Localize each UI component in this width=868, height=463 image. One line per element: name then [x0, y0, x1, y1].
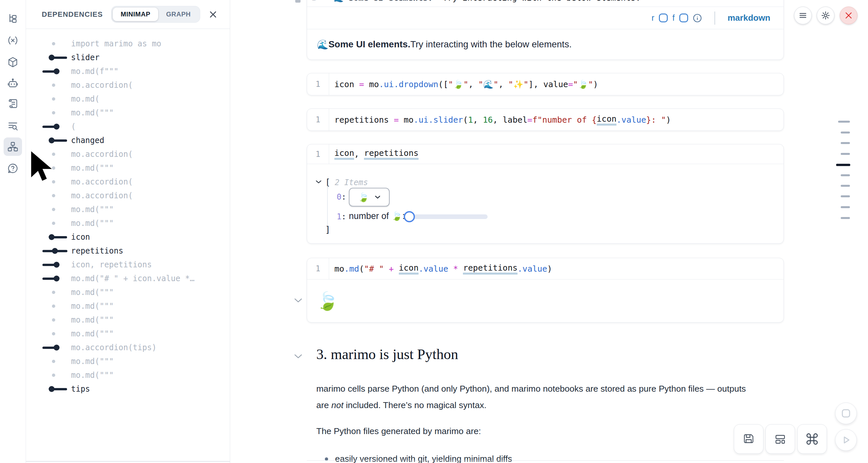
stop-kernel-button[interactable] [835, 402, 857, 424]
collapse-section-button[interactable] [294, 354, 303, 359]
minimap-cell-item[interactable]: mo.md(""" [26, 327, 229, 341]
code-line[interactable]: mo.md("# " + icon.value * repetitions.va… [329, 258, 552, 279]
save-icon [742, 432, 755, 446]
minimap-cell-item[interactable]: mo.accordion(tips) [26, 341, 229, 354]
run-cells-button[interactable] [835, 429, 857, 451]
array-index-0: 0: [337, 192, 346, 202]
code-editor[interactable]: 1 🌊 Some UI elements. Try interacting wi… [307, 0, 783, 7]
cell-marker-dot-icon [26, 106, 71, 120]
minimap-cell-label: mo.md(f""" [71, 67, 119, 76]
cell-marker-out-icon [26, 51, 71, 64]
sidebar-item-outline-search[interactable] [4, 116, 22, 135]
minimap-cell-label: mo.md(""" [71, 288, 114, 297]
scroll-mark-cell[interactable] [841, 217, 850, 219]
section-paragraph: marimo cells parse Python (and only Pyth… [316, 380, 777, 413]
scroll-mark-cell[interactable] [841, 174, 850, 176]
cell-marker-out-icon [26, 133, 71, 147]
cell-marker-in-icon [26, 120, 71, 133]
dropdown-value: 🍃 [358, 192, 369, 203]
notebook-menu-button[interactable] [794, 7, 812, 24]
code-token: .value [518, 264, 547, 274]
slider-track[interactable] [409, 214, 488, 219]
sidebar-item-file-explorer[interactable] [4, 9, 22, 28]
minimap-cell-item[interactable]: slider [26, 51, 229, 64]
cell-marker-in-icon [26, 64, 71, 78]
cell-drag-handle[interactable] [295, 0, 301, 3]
scroll-mark-cell[interactable] [841, 153, 850, 155]
minimap-cell-item[interactable]: mo.md(""" [26, 106, 229, 120]
cell-marker-in-icon [26, 258, 71, 272]
settings-button[interactable] [817, 7, 834, 24]
info-icon[interactable] [693, 13, 702, 23]
scroll-mark-active-cell[interactable] [836, 164, 850, 166]
collapse-array-icon[interactable] [316, 180, 321, 184]
minimap-cell-item[interactable]: import marimo as mo [26, 37, 229, 51]
code-token: f"number of [532, 115, 592, 125]
tab-minimap[interactable]: MINIMAP [113, 7, 158, 21]
minimap-cell-item[interactable]: mo.md(""" [26, 368, 229, 382]
scroll-mark-cell[interactable] [838, 121, 850, 123]
minimap-cell-item[interactable]: mo.md( [26, 92, 229, 106]
minimap-cell-item[interactable]: tips [26, 382, 229, 396]
minimap-cell-item[interactable]: mo.accordion( [26, 189, 229, 203]
dropdown-select[interactable]: 🍃 [349, 188, 390, 207]
raw-toggle-checkbox[interactable] [659, 13, 668, 22]
scroll-mark-cell[interactable] [841, 185, 850, 187]
scroll-mark-cell[interactable] [841, 206, 850, 208]
sidebar-item-ai-assistant[interactable] [4, 74, 22, 92]
minimap-cell-label: mo.md(""" [71, 219, 114, 228]
sidebar-item-dependency-graph[interactable] [4, 137, 22, 156]
minimap-cell-item[interactable]: changed [26, 133, 229, 147]
code-token: = [359, 80, 364, 89]
dependencies-panel: DEPENDENCIES MINIMAP GRAPH import marimo… [26, 0, 230, 463]
panel-title: DEPENDENCIES [42, 10, 103, 19]
code-line[interactable]: 🌊 Some UI elements. Try interacting with… [333, 0, 641, 3]
layout-switch-button[interactable] [766, 424, 795, 454]
code-token: "🌊" [478, 80, 498, 89]
scroll-mark-cell[interactable] [841, 131, 850, 133]
close-panel-button[interactable] [208, 9, 218, 20]
minimap-cell-item[interactable]: repetitions [26, 244, 229, 258]
minimap-cell-item[interactable]: mo.accordion( [26, 175, 229, 189]
slider-thumb[interactable] [404, 211, 415, 222]
list-item: easily versioned with git, yielding mini… [335, 454, 512, 463]
minimap-cell-item[interactable]: mo.md(f""" [26, 64, 229, 78]
code-line[interactable]: repetitions = mo.ui.slider(1, 16, label=… [329, 109, 671, 130]
minimap-cell-item[interactable]: mo.md(""" [26, 299, 229, 313]
scroll-mark-cell[interactable] [841, 142, 850, 144]
minimap-cell-item[interactable]: mo.md(""" [26, 161, 229, 175]
shutdown-button[interactable] [840, 7, 858, 24]
code-token [384, 264, 389, 274]
collapse-cell-button[interactable] [294, 298, 303, 303]
code-line[interactable]: icon = mo.ui.dropdown(["🍃", "🌊", "✨"], v… [329, 73, 598, 95]
minimap-cell-item[interactable]: mo.md(""" [26, 285, 229, 299]
minimap-cell-item[interactable]: icon [26, 230, 229, 244]
scroll-mark-cell[interactable] [841, 195, 850, 197]
dependency-graph-icon [7, 141, 19, 153]
sidebar-item-variables[interactable] [4, 31, 22, 50]
minimap-cell-item[interactable]: mo.md(""" [26, 313, 229, 327]
fstring-toggle-checkbox[interactable] [679, 13, 688, 22]
minimap-cell-item[interactable]: mo.md("# " + icon.value *… [26, 272, 229, 285]
code-token: = [527, 115, 532, 125]
language-badge[interactable]: markdown [727, 13, 770, 23]
minimap-cell-item[interactable]: mo.accordion( [26, 147, 229, 161]
list-search-icon [7, 120, 19, 131]
minimap-cell-label: tips [71, 384, 90, 394]
sidebar-item-help[interactable] [4, 159, 22, 178]
code-line[interactable]: icon, repetitions [329, 144, 418, 164]
cell-marker-dot-icon [26, 313, 71, 327]
minimap-cell-item[interactable]: ( [26, 120, 229, 133]
save-notebook-button[interactable] [734, 424, 764, 454]
minimap-cell-item[interactable]: mo.md(""" [26, 216, 229, 230]
minimap-cell-item[interactable]: mo.md(""" [26, 354, 229, 368]
minimap-cell-item[interactable]: icon, repetitions [26, 258, 229, 272]
sidebar-item-snippets[interactable] [4, 94, 22, 113]
tab-graph[interactable]: GRAPH [158, 7, 198, 21]
panel-resize-handle[interactable] [26, 461, 230, 462]
sidebar-item-packages[interactable] [4, 53, 22, 71]
minimap-cell-item[interactable]: mo.accordion( [26, 78, 229, 92]
minimap-cell-item[interactable]: mo.md(""" [26, 203, 229, 216]
cell-marker-dot-icon [26, 189, 71, 203]
command-palette-button[interactable] [797, 424, 827, 454]
